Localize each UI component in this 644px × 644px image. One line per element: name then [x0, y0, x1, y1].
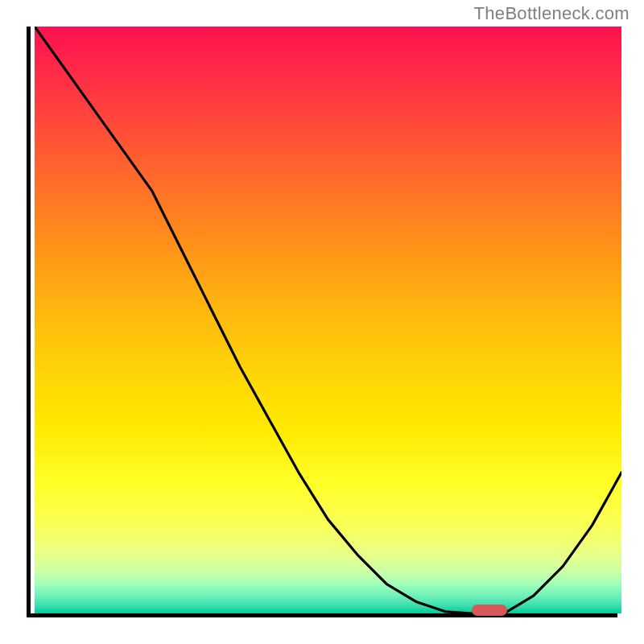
gradient-background [35, 27, 621, 613]
chart-container [27, 27, 617, 617]
plot-area [27, 27, 617, 617]
minimum-marker [472, 605, 507, 616]
watermark-label: TheBottleneck.com [474, 3, 630, 24]
